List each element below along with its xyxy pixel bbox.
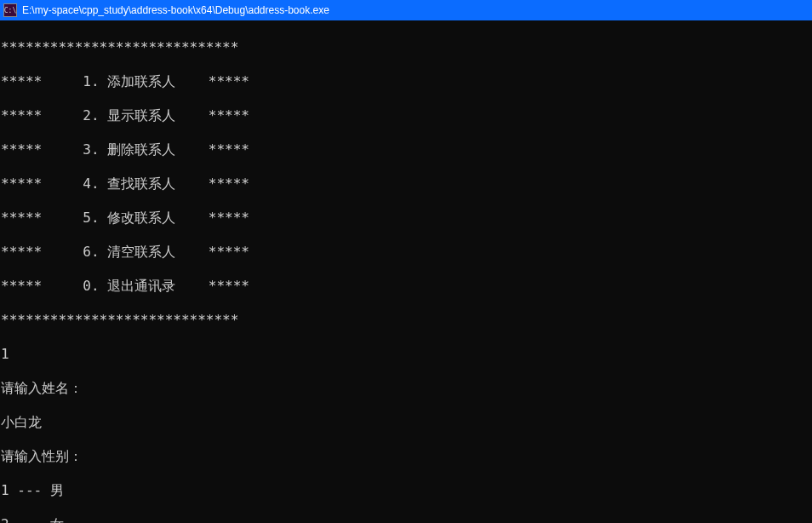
value-name: 小白龙 [1, 414, 811, 431]
gender-option-1: 1 --- 男 [1, 482, 811, 499]
menu-item-1: ***** 1. 添加联系人 ***** [1, 73, 811, 90]
menu-item-6: ***** 6. 清空联系人 ***** [1, 244, 811, 261]
menu-item-0: ***** 0. 退出通讯录 ***** [1, 278, 811, 295]
gender-option-2: 2 --- 女 [1, 516, 811, 523]
titlebar[interactable]: C:\ E:\my-space\cpp_study\address-book\x… [0, 0, 812, 20]
menu-item-3: ***** 3. 删除联系人 ***** [1, 141, 811, 158]
menu-item-4: ***** 4. 查找联系人 ***** [1, 175, 811, 193]
menu-item-2: ***** 2. 显示联系人 ***** [1, 107, 811, 124]
menu-border-top: ***************************** [1, 39, 811, 56]
console-window: C:\ E:\my-space\cpp_study\address-book\x… [0, 0, 812, 523]
console-output[interactable]: ***************************** ***** 1. 添… [0, 20, 812, 523]
user-input-choice: 1 [1, 346, 811, 363]
app-icon: C:\ [3, 3, 17, 17]
prompt-gender: 请输入性别： [1, 448, 811, 465]
menu-border-bottom: ***************************** [1, 312, 811, 329]
window-title: E:\my-space\cpp_study\address-book\x64\D… [22, 4, 329, 16]
menu-item-5: ***** 5. 修改联系人 ***** [1, 210, 811, 227]
prompt-name: 请输入姓名： [1, 380, 811, 397]
